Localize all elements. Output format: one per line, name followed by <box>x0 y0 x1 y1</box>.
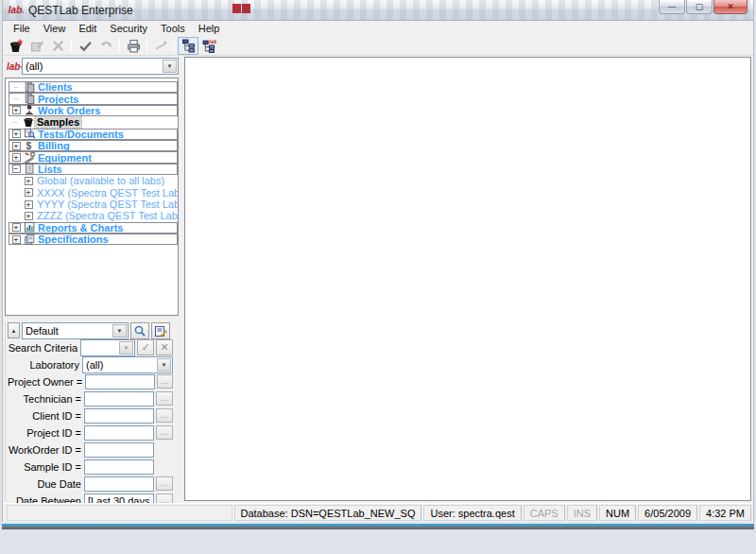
apply-criteria-button[interactable]: ✓ <box>137 339 154 355</box>
confirm-button[interactable] <box>75 37 95 55</box>
menu-security[interactable]: Security <box>103 22 154 35</box>
client-id-field[interactable] <box>84 408 154 424</box>
tree-item-projects[interactable]: ┄Projects <box>9 93 178 104</box>
tree-item-label: Tests/Documents <box>36 129 126 140</box>
menu-bar: FileViewEditSecurityToolsHelp <box>3 21 753 36</box>
toolbar-separator <box>146 39 147 53</box>
tree-item-global-available-to-all-labs[interactable]: +Global (available to all labs) <box>9 175 178 186</box>
project-id-field[interactable] <box>84 425 154 441</box>
tree-view-button[interactable] <box>178 37 198 55</box>
new-button[interactable] <box>6 37 26 55</box>
tree-item-specifications[interactable]: +Specifications <box>9 234 178 245</box>
tree-item-label: Equipment <box>36 152 94 164</box>
menu-view[interactable]: View <box>37 22 73 35</box>
tree-gutter: + <box>22 188 35 197</box>
tree-item-label: XXXX (Spectra QEST Test Lab 1) <box>35 187 179 199</box>
expand-icon[interactable]: + <box>12 130 21 138</box>
chevron-down-icon[interactable]: ▼ <box>163 60 177 73</box>
sample-id-field[interactable] <box>84 459 154 475</box>
clients-icon-wrap <box>23 81 36 94</box>
run-search-button[interactable] <box>130 322 149 339</box>
minimize-button[interactable]: — <box>659 0 685 14</box>
menu-tools[interactable]: Tools <box>154 22 192 35</box>
workorder-id-field[interactable] <box>84 442 154 458</box>
status-num-indicator: NUM <box>599 505 636 521</box>
search-criteria-combo[interactable]: ▼ <box>80 339 135 356</box>
clients-icon <box>24 81 36 94</box>
tree-item-tests-documents[interactable]: +Tests/Documents <box>9 129 178 140</box>
menu-edit[interactable]: Edit <box>72 22 103 35</box>
maximize-button[interactable]: ▢ <box>686 0 713 14</box>
tree-item-label: Clients <box>36 81 75 93</box>
tree-item-label: Projects <box>36 94 80 105</box>
tree-gutter: + <box>9 130 23 138</box>
status-date: 6/05/2009 <box>638 505 697 521</box>
field-label: Project Owner = <box>8 376 85 388</box>
edit-criteria-button[interactable] <box>151 322 170 339</box>
tree-item-work-orders[interactable]: +Work Orders <box>9 105 178 116</box>
laboratory-combo[interactable]: (all) ▼ <box>82 356 173 373</box>
lab-icon: lab, <box>5 61 22 72</box>
tree-item-equipment[interactable]: +Equipment <box>9 151 178 163</box>
lab-tree-view-button[interactable]: lab <box>198 37 219 55</box>
chevron-down-icon[interactable]: ▼ <box>157 358 171 372</box>
expand-icon[interactable]: + <box>25 188 33 197</box>
tree-item-zzzz-spectra-qest-test-lab-3[interactable]: +ZZZZ (Spectra QEST Test Lab 3) <box>9 210 178 221</box>
search-row-sample-id: Sample ID =… <box>8 459 173 476</box>
browse-button[interactable]: … <box>157 374 173 389</box>
clear-criteria-button[interactable]: ✕ <box>156 339 173 355</box>
title-bar[interactable]: lab, QESTLab Enterprise —▢✕ <box>3 0 753 21</box>
tree-gutter: ┄ <box>9 118 22 127</box>
close-button[interactable]: ✕ <box>713 0 747 14</box>
menu-help[interactable]: Help <box>192 22 227 35</box>
search-panel: ▲ Default ▼ <box>5 321 179 501</box>
expand-icon[interactable]: + <box>12 106 21 114</box>
browse-button[interactable]: … <box>156 476 173 491</box>
expand-icon[interactable]: + <box>25 200 33 209</box>
tree-item-clients[interactable]: ┄Clients <box>9 81 178 93</box>
print-button[interactable] <box>123 37 144 55</box>
undo-icon <box>98 38 113 53</box>
app-lab-icon: lab, <box>8 4 25 17</box>
technician-field[interactable] <box>84 391 154 407</box>
search-icon <box>133 324 146 338</box>
svg-text:lab: lab <box>209 39 216 44</box>
expand-icon[interactable]: + <box>12 153 21 162</box>
tree-item-yyyy-spectra-qest-test-lab-2[interactable]: +YYYY (Spectra QEST Test Lab 2) <box>9 199 178 210</box>
projects-icon-wrap <box>23 93 36 105</box>
browse-button[interactable]: … <box>156 391 173 406</box>
lists-icon <box>24 163 36 175</box>
project-owner-field[interactable] <box>85 374 155 390</box>
menu-file[interactable]: File <box>7 22 37 35</box>
status-message-area <box>7 505 232 521</box>
expand-icon[interactable]: + <box>12 223 21 232</box>
svg-text:$: $ <box>26 141 31 151</box>
tree-item-lists[interactable]: −Lists <box>9 164 178 175</box>
tree-connector: ┄ <box>13 118 18 127</box>
expand-icon[interactable]: + <box>25 177 33 185</box>
samples-icon <box>23 116 35 129</box>
expand-icon[interactable]: + <box>12 235 21 244</box>
search-profile-combo[interactable]: Default ▼ <box>22 322 129 339</box>
projects-icon <box>24 93 36 105</box>
expand-icon[interactable]: + <box>12 142 21 150</box>
collapse-icon[interactable]: − <box>12 164 21 173</box>
lists-icon-wrap <box>23 163 36 175</box>
tests-documents-icon <box>24 128 36 140</box>
new-sample-icon <box>9 38 24 53</box>
tree-item-billing[interactable]: +$Billing <box>9 140 178 151</box>
billing-icon-wrap: $ <box>23 140 36 152</box>
tree-item-reports-charts[interactable]: +Reports & Charts <box>9 222 178 234</box>
tree-gutter: + <box>22 212 35 220</box>
expand-icon[interactable]: + <box>25 212 33 220</box>
delete-icon <box>50 38 65 53</box>
browse-button[interactable]: … <box>156 425 173 440</box>
lab-selector-combo[interactable]: (all) ▼ <box>22 58 179 75</box>
tree-item-xxxx-spectra-qest-test-lab-1[interactable]: +XXXX (Spectra QEST Test Lab 1) <box>9 187 178 199</box>
main-work-area[interactable] <box>184 57 751 501</box>
due-date-field[interactable] <box>84 476 154 492</box>
chevron-down-icon[interactable]: ▼ <box>112 324 127 338</box>
collapse-panel-button[interactable]: ▲ <box>8 322 20 338</box>
tree-item-samples[interactable]: ┄Samples <box>9 116 178 128</box>
browse-button[interactable]: … <box>156 408 173 423</box>
